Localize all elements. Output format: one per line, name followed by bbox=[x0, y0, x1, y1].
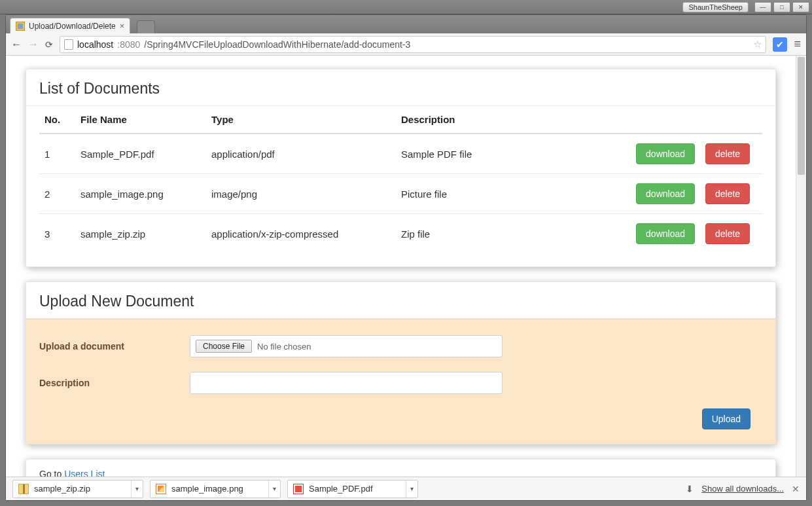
tab-close-icon[interactable]: × bbox=[120, 21, 125, 31]
documents-heading: List of Documents bbox=[26, 69, 775, 106]
table-row: 2 sample_image.png image/png Picture fil… bbox=[39, 174, 762, 214]
new-tab-button[interactable] bbox=[137, 20, 155, 33]
cell-no: 2 bbox=[39, 174, 75, 214]
description-row: Description bbox=[39, 372, 762, 394]
no-file-text: No file chosen bbox=[257, 342, 311, 352]
bookmark-star-icon[interactable]: ☆ bbox=[753, 39, 762, 50]
cell-type: application/x-zip-compressed bbox=[206, 214, 396, 254]
address-bar[interactable]: localhost:8080/Spring4MVCFileUploadDownl… bbox=[60, 36, 766, 53]
delete-button[interactable]: delete bbox=[705, 143, 750, 164]
image-file-icon bbox=[156, 484, 166, 494]
minimize-button[interactable]: — bbox=[754, 2, 771, 12]
url-path: /Spring4MVCFileUploadDownloadWithHiberna… bbox=[144, 39, 410, 50]
col-no: No. bbox=[39, 106, 75, 134]
cell-type: image/png bbox=[206, 174, 396, 214]
page-body: List of Documents No. File Name Type Des… bbox=[6, 56, 796, 477]
file-label: Upload a document bbox=[39, 341, 190, 352]
download-name: Sample_PDF.pdf bbox=[309, 484, 373, 494]
download-item[interactable]: sample_zip.zip ▾ bbox=[12, 480, 143, 498]
window-titlebar: ShaunTheSheep — □ ✕ bbox=[0, 0, 812, 14]
zip-file-icon bbox=[18, 484, 29, 494]
download-menu-icon[interactable]: ▾ bbox=[131, 480, 139, 497]
download-button[interactable]: download bbox=[636, 183, 695, 204]
url-port: :8080 bbox=[117, 39, 140, 50]
download-menu-icon[interactable]: ▾ bbox=[406, 480, 414, 497]
reload-button[interactable]: ⟳ bbox=[45, 39, 53, 50]
download-name: sample_zip.zip bbox=[34, 484, 90, 494]
col-type: Type bbox=[206, 106, 396, 134]
page-icon bbox=[64, 39, 73, 50]
tab-strip: Upload/Download/Delete × bbox=[6, 15, 806, 33]
file-input[interactable]: Choose File No file chosen bbox=[190, 335, 503, 357]
footer-panel: Go to Users List bbox=[26, 459, 776, 477]
user-chip: ShaunTheSheep bbox=[682, 2, 749, 12]
col-name: File Name bbox=[75, 106, 206, 134]
scrollbar-thumb[interactable] bbox=[798, 57, 805, 175]
scrollbar[interactable] bbox=[796, 56, 806, 477]
close-window-button[interactable]: ✕ bbox=[792, 2, 809, 12]
delete-button[interactable]: delete bbox=[705, 183, 750, 204]
description-label: Description bbox=[39, 378, 190, 388]
tab-title: Upload/Download/Delete bbox=[29, 22, 116, 31]
table-row: 1 Sample_PDF.pdf application/pdf Sample … bbox=[39, 134, 762, 174]
cell-no: 1 bbox=[39, 134, 75, 174]
download-arrow-icon: ⬇ bbox=[686, 484, 694, 494]
maximize-button[interactable]: □ bbox=[773, 2, 790, 12]
cell-no: 3 bbox=[39, 214, 75, 254]
show-all-downloads-link[interactable]: Show all downloads... bbox=[701, 484, 784, 494]
favicon-icon bbox=[16, 22, 25, 31]
documents-table: No. File Name Type Description 1 bbox=[39, 106, 762, 253]
col-desc: Description bbox=[396, 106, 631, 134]
forward-button[interactable]: → bbox=[28, 39, 39, 50]
cell-name: sample_zip.zip bbox=[75, 214, 206, 254]
upload-button[interactable]: Upload bbox=[702, 408, 750, 429]
back-button[interactable]: ← bbox=[11, 39, 22, 50]
cell-desc: Picture file bbox=[396, 174, 631, 214]
url-host: localhost bbox=[77, 39, 113, 50]
close-shelf-button[interactable]: ✕ bbox=[792, 484, 800, 494]
description-input[interactable] bbox=[190, 372, 503, 394]
browser-tab[interactable]: Upload/Download/Delete × bbox=[10, 18, 130, 33]
cell-name: Sample_PDF.pdf bbox=[75, 134, 206, 174]
download-button[interactable]: download bbox=[636, 223, 695, 244]
footer-prefix: Go to bbox=[39, 469, 64, 477]
pdf-file-icon bbox=[293, 484, 304, 494]
browser-toolbar: ← → ⟳ localhost:8080/Spring4MVCFileUploa… bbox=[6, 33, 806, 56]
table-row: 3 sample_zip.zip application/x-zip-compr… bbox=[39, 214, 762, 254]
viewport: List of Documents No. File Name Type Des… bbox=[6, 56, 806, 477]
cell-type: application/pdf bbox=[206, 134, 396, 174]
browser-menu-button[interactable]: ≡ bbox=[794, 37, 801, 51]
delete-button[interactable]: delete bbox=[705, 223, 750, 244]
cell-desc: Zip file bbox=[396, 214, 631, 254]
extension-button[interactable]: ✔ bbox=[773, 37, 787, 52]
download-menu-icon[interactable]: ▾ bbox=[268, 480, 276, 497]
download-shelf: sample_zip.zip ▾ sample_image.png ▾ Samp… bbox=[6, 477, 806, 500]
download-item[interactable]: Sample_PDF.pdf ▾ bbox=[287, 480, 418, 498]
download-button[interactable]: download bbox=[636, 143, 695, 164]
download-item[interactable]: sample_image.png ▾ bbox=[150, 480, 281, 498]
cell-name: sample_image.png bbox=[75, 174, 206, 214]
upload-heading: Upload New Document bbox=[26, 282, 775, 319]
cell-desc: Sample PDF file bbox=[396, 134, 631, 174]
upload-panel: Upload New Document Upload a document Ch… bbox=[26, 281, 776, 444]
browser-window: Upload/Download/Delete × ← → ⟳ localhost… bbox=[5, 14, 807, 501]
documents-panel: List of Documents No. File Name Type Des… bbox=[26, 69, 776, 267]
users-list-link[interactable]: Users List bbox=[64, 469, 105, 477]
choose-file-button[interactable]: Choose File bbox=[196, 340, 252, 353]
file-row: Upload a document Choose File No file ch… bbox=[39, 335, 762, 357]
download-name: sample_image.png bbox=[171, 484, 243, 494]
